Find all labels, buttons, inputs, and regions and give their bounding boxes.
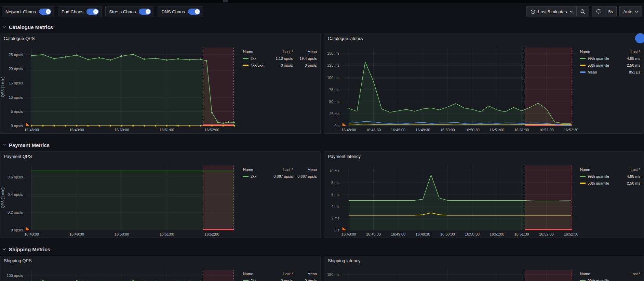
series-name[interactable]: 99th quantile	[588, 56, 617, 61]
series-color-swatch	[243, 65, 249, 66]
series-name[interactable]: 2xx	[251, 56, 269, 61]
legend-header-cell[interactable]: Last *	[619, 272, 640, 276]
legend-header-cell[interactable]: Last *	[271, 50, 293, 54]
legend-header: NameLast *	[580, 48, 640, 55]
series-value: 0 ops/s	[295, 279, 317, 281]
series-name[interactable]: 2xx	[251, 279, 269, 281]
section-header[interactable]: Payment Metrics	[0, 140, 644, 149]
svg-text:2 ms: 2 ms	[331, 216, 339, 220]
svg-text:16:48:00: 16:48:00	[24, 232, 39, 236]
svg-text:QPS (1 min): QPS (1 min)	[1, 77, 5, 97]
timeseries-chart[interactable]: 0 s2 ms4 ms6 ms8 ms10 ms16:48:0016:48:30…	[324, 161, 579, 238]
panel-title[interactable]: Shipping latency	[324, 256, 644, 266]
svg-text:0 ops/s: 0 ops/s	[11, 228, 23, 232]
panel-body: 0 s50 ms100 ms150 ms16:48:0016:49:0016:5…	[324, 266, 644, 281]
refresh-interval-button[interactable]: 5s	[605, 6, 617, 17]
panel-title[interactable]: Payment QPS	[0, 152, 320, 161]
series-name[interactable]: 99th quantile	[588, 174, 617, 178]
legend-header-cell[interactable]: Name	[580, 50, 617, 54]
zoom-out-button[interactable]	[577, 6, 589, 17]
auto-group: Auto	[619, 6, 642, 17]
time-range-picker[interactable]: Last 5 minutes	[526, 6, 577, 17]
toggle-switch[interactable]: ✓	[188, 9, 200, 15]
svg-text:0 ops/s: 0 ops/s	[11, 124, 23, 128]
legend-header-cell[interactable]: Last *	[619, 50, 640, 54]
caret-down-icon	[569, 11, 573, 13]
floating-blue-button[interactable]	[635, 33, 644, 43]
legend-header-cell[interactable]: Last *	[619, 168, 640, 172]
series-name[interactable]: 50th quantile	[588, 63, 617, 67]
svg-text:8 ms: 8 ms	[331, 180, 339, 185]
toggle-switch[interactable]: ✓	[86, 9, 99, 15]
timeseries-chart[interactable]: 0 ops/s25 ops/s50 ops/s75 ops/s100 ops/s…	[0, 266, 242, 281]
series-value: 4.95 ms	[619, 56, 640, 61]
svg-text:16:49:00: 16:49:00	[69, 128, 84, 132]
svg-text:6 ms: 6 ms	[331, 192, 339, 197]
svg-text:16:50:30: 16:50:30	[465, 232, 480, 236]
series-name[interactable]: 2xx	[251, 174, 269, 178]
svg-text:16:49:00: 16:49:00	[391, 232, 405, 236]
check-icon: ✓	[94, 10, 97, 13]
svg-text:10 ms: 10 ms	[329, 169, 339, 173]
svg-text:16:51:00: 16:51:00	[160, 232, 174, 236]
toggle-switch[interactable]: ✓	[39, 9, 51, 15]
chaos-toggle-chip: Network Chaos ✓	[2, 6, 54, 17]
panel: Payment QPS 0 ops/s0.2 ops/s0.4 ops/s0.6…	[0, 151, 321, 238]
svg-text:16:49:00: 16:49:00	[391, 128, 405, 132]
timeseries-chart[interactable]: 0 ops/s0.2 ops/s0.4 ops/s0.6 ops/s16:48:…	[0, 161, 242, 238]
legend-header-cell[interactable]: Name	[243, 50, 269, 54]
series-name[interactable]: 99th quantile	[588, 279, 617, 281]
dashboard-section: Shipping Metrics Shipping QPS 0 ops/s25 …	[0, 245, 644, 281]
panel-title[interactable]: Catalogue QPS	[0, 34, 320, 43]
legend-header: NameLast *Mean	[243, 166, 317, 173]
timeseries-chart[interactable]: 0 s25 ms50 ms75 ms100 ms125 ms150 ms16:4…	[324, 43, 579, 133]
section-header[interactable]: Catalogue Metrics	[0, 23, 644, 31]
legend-header-cell[interactable]: Name	[580, 272, 617, 276]
section-header[interactable]: Shipping Metrics	[0, 245, 644, 254]
legend-header-cell[interactable]: Mean	[295, 168, 317, 172]
series-name[interactable]: Mean	[588, 70, 617, 74]
svg-text:16:48:00: 16:48:00	[24, 128, 39, 132]
svg-text:150 ms: 150 ms	[327, 272, 340, 277]
legend-header-cell[interactable]: Mean	[295, 50, 317, 54]
panel-title[interactable]: Shipping QPS	[0, 256, 320, 266]
legend-header-cell[interactable]: Mean	[295, 272, 317, 276]
legend-header-cell[interactable]: Name	[243, 272, 269, 276]
series-color-swatch	[580, 71, 586, 73]
legend-table: NameLast *Mean 2xx1.13 ops/s19.4 ops/s4x…	[242, 43, 320, 133]
svg-text:16:50:00: 16:50:00	[115, 128, 129, 132]
svg-text:50 ms: 50 ms	[329, 99, 339, 104]
panel-title[interactable]: Catalogue latency	[324, 34, 644, 43]
svg-text:25 ops/s: 25 ops/s	[9, 53, 23, 57]
refresh-group: 5s	[592, 6, 617, 17]
series-color-swatch	[243, 176, 249, 177]
panel: Shipping latency 0 s50 ms100 ms150 ms16:…	[324, 256, 644, 281]
time-range-label: Last 5 minutes	[538, 9, 567, 14]
series-name[interactable]: 4xx/5xx	[251, 63, 269, 67]
top-edge-bar	[0, 0, 644, 3]
dashboard-toolbar: Network Chaos ✓ Pod Chaos ✓ Stress Chaos…	[0, 3, 644, 17]
legend-header-cell[interactable]: Name	[243, 168, 269, 172]
chaos-toggle-chip: DNS Chaos ✓	[158, 6, 203, 17]
legend-header-cell[interactable]: Name	[580, 168, 617, 172]
toggle-knob: ✓	[195, 9, 200, 14]
dashboard-section: Catalogue Metrics Catalogue QPS 0 ops/s5…	[0, 23, 644, 134]
section-title: Catalogue Metrics	[9, 24, 53, 30]
legend-header-cell[interactable]: Last *	[271, 168, 293, 172]
dashboard-main: Catalogue Metrics Catalogue QPS 0 ops/s5…	[0, 23, 644, 281]
timeseries-chart[interactable]: 0 s50 ms100 ms150 ms16:48:0016:49:0016:5…	[324, 266, 579, 281]
series-color-swatch	[580, 183, 586, 184]
series-name[interactable]: 50th quantile	[588, 181, 617, 185]
legend-header-cell[interactable]: Last *	[271, 272, 293, 276]
series-value: 0.667 ops/s	[295, 174, 317, 178]
timeseries-chart[interactable]: 0 ops/s5 ops/s10 ops/s15 ops/s20 ops/s25…	[0, 43, 242, 133]
svg-text:16:51:30: 16:51:30	[514, 128, 529, 132]
auto-dropdown[interactable]: Auto	[619, 6, 642, 17]
refresh-button[interactable]	[592, 6, 605, 17]
clock-icon	[530, 9, 536, 14]
svg-text:16:48:00: 16:48:00	[341, 232, 356, 236]
panel-title[interactable]: Payment latency	[324, 152, 644, 161]
toggle-knob: ✓	[46, 9, 51, 14]
caret-down-icon	[635, 11, 638, 13]
toggle-switch[interactable]: ✓	[139, 9, 151, 15]
